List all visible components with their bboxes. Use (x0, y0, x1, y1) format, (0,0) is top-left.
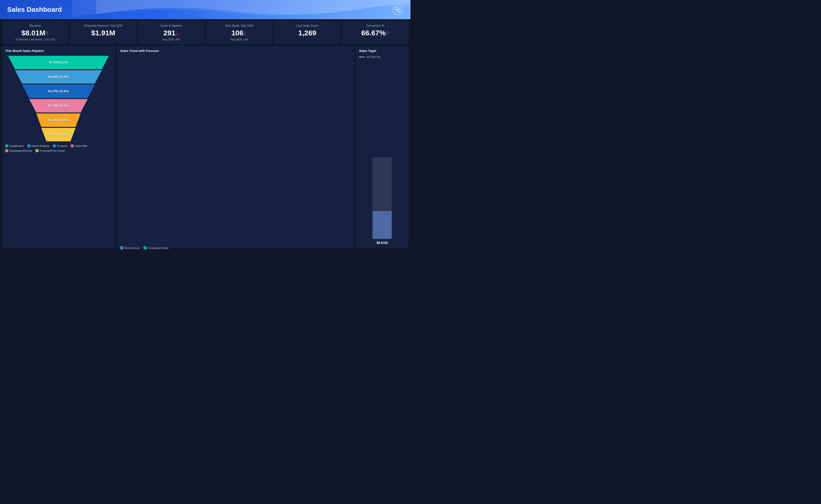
svg-text:$1.27M: $1.27M (281, 76, 289, 79)
svg-text:$0.45M: $0.45M (251, 188, 258, 191)
svg-text:Oct 2020: Oct 2020 (310, 243, 320, 245)
funnel-slice-3: $5.97M (20.1%) (29, 99, 88, 112)
svg-text:$1.26M: $1.26M (326, 77, 334, 80)
legend-checkbox-1[interactable] (27, 144, 30, 147)
svg-text:$0.26M: $0.26M (190, 214, 198, 217)
svg-point-25 (162, 197, 165, 199)
kpi-card-5: Conversion % 66.67%↑ (342, 21, 408, 44)
funnel-title: This Month Sales Pipeline (5, 49, 112, 53)
kpi-value-2: 291↓ (142, 29, 201, 37)
svg-text:Oct 2019: Oct 2019 (129, 243, 138, 245)
svg-point-23 (132, 229, 135, 231)
kpi-row: Revenue $8.01M↑ % Diff from Last Month :… (0, 19, 410, 46)
svg-text:Target: Target (297, 58, 303, 61)
svg-text:$0.22M: $0.22M (175, 220, 183, 222)
svg-text:$1.10M: $1.10M (342, 99, 349, 102)
svg-text:$0.67M: $0.67M (220, 158, 228, 161)
page-title: Sales Dashboard (7, 6, 62, 13)
sales-trend-chart: $1.3M$0.9M$0.5M$0.1M$1.00MThreshold:Targ… (120, 56, 350, 251)
svg-point-41 (284, 80, 286, 82)
svg-text:$0.9M: $0.9M (125, 130, 132, 133)
kpi-card-1: Exepcted Revenue: Sep 2020 $1.91M (70, 21, 137, 44)
legend-checkbox-5[interactable] (36, 149, 38, 152)
svg-text:Dec 2019: Dec 2019 (159, 243, 169, 245)
svg-text:$0.41M: $0.41M (160, 194, 168, 196)
svg-point-27 (178, 223, 180, 226)
legend-label-0: Qualification (9, 144, 24, 147)
svg-text:$0.49M: $0.49M (205, 183, 213, 186)
funnel-slice-4: $6.38M (21.5%) (36, 113, 81, 127)
kpi-value-3: 106↓ (210, 29, 269, 37)
legend-label-5: Proposal/Price Quote (40, 149, 65, 152)
kpi-label-4: Lost Deals Count (278, 24, 337, 27)
legend-item-2: Prospect (53, 144, 67, 147)
svg-text:$0.5M: $0.5M (125, 185, 132, 187)
svg-text:$0.91M: $0.91M (266, 125, 274, 128)
legend-item-4: Negotiation/Review (5, 149, 32, 152)
legend-item-5: Proposal/Price Quote (36, 149, 65, 152)
funnel-container: $2.43M (8.2%)$3.05M (10.3%)$4.57M (15.4%… (5, 56, 112, 142)
funnel-panel: This Month Sales Pipeline $2.43M (8.2%)$… (2, 46, 115, 252)
svg-text:$1.3M: $1.3M (125, 75, 132, 78)
header-logo-icon (393, 4, 403, 15)
kpi-value-0: $8.01M↑ (6, 29, 65, 37)
funnel-slice-1: $3.05M (10.3%) (15, 70, 102, 84)
svg-text:Jun 2020: Jun 2020 (250, 243, 259, 245)
svg-text:Apr 2020: Apr 2020 (219, 243, 229, 245)
svg-text:Aug 2020: Aug 2020 (280, 243, 290, 245)
svg-text:Feb 2020: Feb 2020 (189, 243, 199, 245)
target-current-value: $8.01M (376, 248, 388, 251)
funnel-slice-5: $7.31M (24.6%) (41, 128, 76, 141)
chart-panel: Sales Trend with Forecast $1.3M$0.9M$0.5… (116, 46, 354, 252)
target-bar-container: $8.01M (359, 64, 405, 251)
kpi-value-5: 66.67%↑ (346, 29, 405, 37)
legend-label-4: Negotiation/Review (9, 149, 32, 152)
kpi-sub-0: % Diff from Last Month : 107.27% (6, 38, 65, 41)
target-bar-wrapper (372, 164, 392, 246)
legend-label-3: Initial Offer (75, 144, 87, 147)
kpi-label-0: Revenue (6, 24, 65, 27)
svg-point-31 (208, 186, 210, 189)
legend-label-2: Prospect (57, 144, 67, 147)
target-value-text: $23.8827M (367, 56, 380, 58)
header: Sales Dashboard (0, 0, 410, 19)
kpi-card-3: Won Deals: Sep 2020 106↓ Aug 2020: 198 (206, 21, 273, 44)
kpi-label-2: Deals in Pipeline (142, 24, 201, 27)
target-bar-fill (372, 218, 392, 246)
svg-point-1 (397, 9, 400, 12)
svg-text:$0.65M: $0.65M (296, 161, 304, 163)
legend-checkbox-0[interactable] (5, 144, 8, 147)
svg-point-29 (193, 218, 195, 220)
svg-text:$1.02M: $1.02M (311, 110, 319, 113)
funnel-slice-2: $4.57M (15.4%) (22, 85, 95, 98)
svg-point-49 (329, 81, 331, 83)
kpi-sub-3: Aug 2020: 198 (210, 38, 269, 41)
funnel-slice-0: $2.43M (8.2%) (8, 56, 109, 69)
kpi-label-5: Conversion % (346, 24, 405, 27)
legend-checkbox-3[interactable] (71, 144, 74, 147)
svg-point-43 (299, 164, 301, 167)
kpi-card-2: Deals in Pipeline 291↓ Aug 2020: 445 (138, 21, 205, 44)
svg-text:$0.42M: $0.42M (236, 192, 243, 195)
target-panel: Sales Taget $23.8827M $8.01M (356, 46, 408, 252)
legend-checkbox-4[interactable] (5, 149, 8, 152)
target-line-indicator (359, 57, 365, 57)
svg-point-33 (223, 162, 225, 164)
target-legend-row: $23.8827M (359, 56, 405, 58)
svg-point-39 (269, 129, 271, 131)
legend-item-0: Qualification (5, 144, 24, 147)
kpi-card-0: Revenue $8.01M↑ % Diff from Last Month :… (2, 21, 69, 44)
kpi-label-1: Exepcted Revenue: Sep 2020 (74, 24, 133, 27)
legend-item-1: Needs Analysis (27, 144, 50, 147)
legend-checkbox-2[interactable] (53, 144, 56, 147)
legend-item-3: Initial Offer (71, 144, 87, 147)
legend-label-1: Needs Analysis (31, 144, 50, 147)
kpi-label-3: Won Deals: Sep 2020 (210, 24, 269, 27)
svg-point-37 (253, 192, 256, 194)
svg-text:$0.1M: $0.1M (125, 239, 132, 242)
kpi-card-4: Lost Deals Count 1,269 (274, 21, 340, 44)
svg-point-51 (344, 103, 347, 105)
svg-text:$1.00M: $1.00M (135, 114, 143, 117)
main-area: This Month Sales Pipeline $2.43M (8.2%)$… (0, 46, 410, 250)
kpi-value-1: $1.91M (74, 29, 133, 37)
